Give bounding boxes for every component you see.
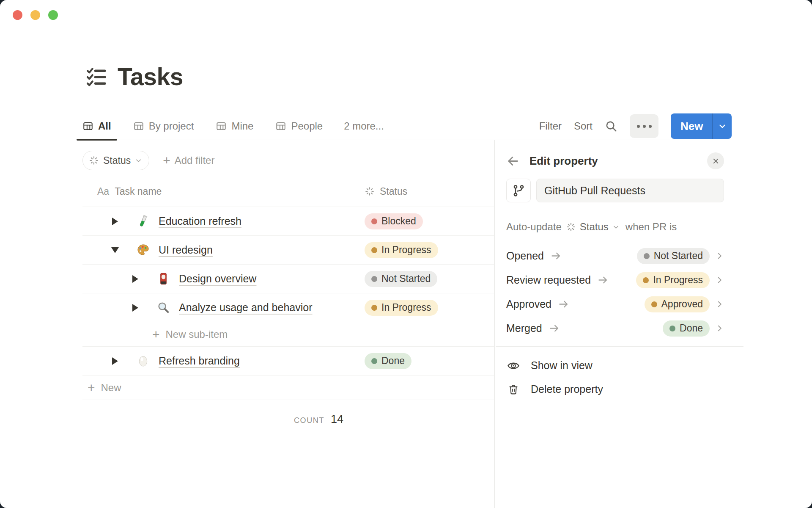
task-title[interactable]: Refresh branding	[159, 355, 240, 367]
action-label: New	[101, 382, 121, 394]
app-window: Tasks AllBy projectMinePeople2 more... F…	[0, 0, 812, 508]
task-title[interactable]: Analyze usage and behavior	[179, 301, 313, 314]
expand-toggle[interactable]	[130, 302, 141, 313]
tabs-more-button[interactable]: 2 more...	[344, 120, 384, 132]
egg-emoji-icon	[136, 354, 150, 367]
status-dot-icon	[371, 218, 377, 224]
column-label: Status	[380, 186, 407, 197]
status-property-label: Status	[580, 221, 609, 233]
tab-label: All	[98, 120, 111, 132]
status-badge-label: In Progress	[381, 302, 431, 313]
table-view-icon	[133, 121, 144, 132]
status-badge-label: Done	[381, 355, 405, 367]
property-icon-button[interactable]	[506, 179, 531, 202]
pr-mapping-row-approved[interactable]: ApprovedApproved	[506, 292, 724, 316]
arrow-right-icon	[597, 274, 609, 286]
expand-toggle[interactable]	[110, 356, 121, 367]
delete-property-button[interactable]: Delete property	[506, 378, 724, 401]
triangle-right-icon	[132, 275, 138, 283]
close-panel-button[interactable]	[707, 152, 724, 169]
view-tab-bar: AllBy projectMinePeople2 more... Filter …	[82, 113, 732, 140]
close-window-button[interactable]	[13, 10, 22, 20]
search-button[interactable]	[605, 120, 617, 133]
panel-divider	[496, 346, 743, 347]
chevron-right-icon	[715, 300, 724, 309]
status-filter-label: Status	[103, 155, 131, 166]
chevron-right-icon	[715, 251, 724, 260]
table-row[interactable]: Design overviewNot Started	[82, 264, 494, 293]
status-badge[interactable]: In Progress	[636, 272, 710, 288]
status-badge[interactable]: In Progress	[365, 242, 438, 258]
status-spinner-icon	[365, 186, 375, 196]
status-dot-icon	[371, 358, 377, 364]
triangle-down-icon	[111, 247, 119, 253]
arrow-right-icon	[558, 298, 569, 310]
show-in-view-button[interactable]: Show in view	[506, 354, 724, 378]
magnifier-emoji-icon	[156, 301, 170, 314]
page-title: Tasks	[118, 64, 183, 90]
plus-icon: +	[88, 381, 95, 394]
column-header-task-name[interactable]: Aa Task name	[82, 186, 365, 197]
tab-by-project[interactable]: By project	[127, 113, 200, 140]
column-header-status[interactable]: Status	[365, 186, 494, 197]
count-label: COUNT	[294, 416, 324, 425]
tab-label: By project	[149, 120, 194, 132]
table-header: Aa Task name Status	[82, 176, 494, 207]
tab-label: Mine	[231, 120, 253, 132]
filter-button[interactable]: Filter	[539, 120, 562, 132]
status-badge[interactable]: Not Started	[365, 271, 437, 287]
status-filter-chip[interactable]: Status	[82, 151, 149, 170]
add-filter-button[interactable]: + Add filter	[163, 154, 214, 167]
status-badge-label: Blocked	[381, 215, 416, 227]
status-badge[interactable]: Done	[663, 320, 710, 337]
chevron-down-icon	[612, 224, 620, 231]
expand-toggle[interactable]	[110, 216, 121, 227]
chevron-down-icon	[135, 157, 142, 164]
edit-property-panel: Edit property Auto-update Status when PR…	[506, 140, 724, 401]
table-row[interactable]: Education refreshBlocked	[82, 207, 494, 235]
mapping-event-label: Approved	[506, 298, 551, 310]
table-row[interactable]: Analyze usage and behaviorIn Progress	[82, 293, 494, 322]
status-badge[interactable]: Done	[365, 353, 411, 369]
status-badge[interactable]: Approved	[645, 296, 710, 312]
checklist-icon	[86, 66, 107, 87]
text-type-icon: Aa	[97, 186, 109, 197]
task-title[interactable]: Design overview	[179, 273, 256, 285]
minimize-window-button[interactable]	[30, 10, 40, 20]
tab-all[interactable]: All	[77, 113, 117, 140]
pr-mapping-row-opened[interactable]: OpenedNot Started	[506, 244, 724, 268]
tab-mine[interactable]: Mine	[210, 113, 259, 140]
pr-mapping-row-merged[interactable]: MergedDone	[506, 316, 724, 340]
table-row[interactable]: UI redesignIn Progress	[82, 235, 494, 264]
new-row[interactable]: +New	[82, 375, 494, 400]
property-name-input[interactable]	[536, 179, 724, 202]
back-button[interactable]	[506, 155, 519, 168]
status-badge[interactable]: Not Started	[637, 248, 710, 264]
status-dot-icon	[371, 247, 377, 253]
status-badge[interactable]: In Progress	[365, 300, 438, 316]
expand-toggle[interactable]	[130, 273, 141, 284]
window-controls	[13, 10, 58, 20]
new-dropdown-chevron[interactable]	[713, 113, 732, 139]
status-dot-icon	[371, 305, 377, 311]
collapse-toggle[interactable]	[110, 245, 121, 256]
arrow-right-icon	[550, 250, 562, 262]
task-title[interactable]: UI redesign	[159, 244, 213, 256]
count-aggregate[interactable]: COUNT 14	[294, 413, 494, 426]
trash-icon	[506, 384, 521, 395]
zoom-window-button[interactable]	[48, 10, 58, 20]
sort-button[interactable]: Sort	[574, 120, 593, 132]
chevron-right-icon	[715, 324, 724, 333]
table-row[interactable]: Refresh brandingDone	[82, 346, 494, 375]
pr-mapping-row-review-requested[interactable]: Review requestedIn Progress	[506, 268, 724, 292]
tab-people[interactable]: People	[269, 113, 329, 140]
task-title[interactable]: Education refresh	[159, 215, 241, 227]
new-button[interactable]: New	[671, 113, 712, 139]
table-view-icon	[275, 121, 286, 132]
status-property-dropdown[interactable]: Status	[566, 221, 620, 233]
ellipsis-icon	[637, 125, 640, 128]
more-options-button[interactable]	[630, 114, 658, 138]
status-badge[interactable]: Blocked	[365, 213, 423, 229]
status-badge-label: Not Started	[381, 273, 431, 284]
new-sub-item-row[interactable]: +New sub-item	[82, 322, 494, 346]
